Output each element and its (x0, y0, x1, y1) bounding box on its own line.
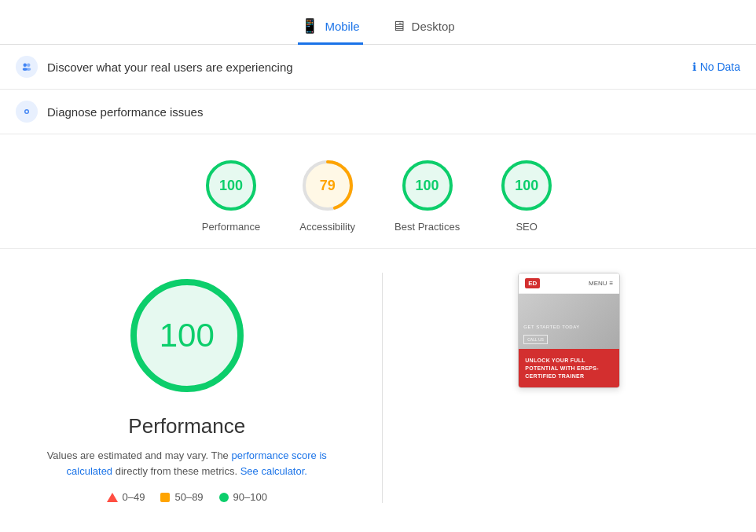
legend-dot-icon (219, 493, 229, 502)
phone-banner: UNLOCK YOUR FULL POTENTIAL WITH EREPS-CE… (519, 349, 619, 387)
legend-triangle-icon (107, 493, 118, 502)
phone-cta: GET STARTED TODAY (523, 325, 615, 329)
legend-item-high: 90–100 (219, 491, 267, 503)
see-calculator-link[interactable]: See calculator. (240, 465, 307, 477)
score-value-best-practices: 100 (416, 178, 439, 194)
diagnose-section: Diagnose performance issues (0, 90, 756, 134)
svg-point-4 (26, 68, 31, 71)
info-icon: ℹ (692, 61, 696, 73)
legend-item-mid: 50–89 (160, 491, 203, 503)
preview-section: ED MENU ≡ GET STARTED TODAY CALL US UNLO… (398, 273, 741, 503)
score-circle-performance: 100 (204, 158, 259, 213)
score-performance: 100 Performance (202, 158, 260, 233)
diagnose-icon (16, 101, 38, 123)
phone-logo: ED (525, 278, 540, 288)
tab-desktop-label: Desktop (412, 20, 455, 33)
real-users-section: Discover what your real users are experi… (0, 45, 756, 90)
phone-preview: ED MENU ≡ GET STARTED TODAY CALL US UNLO… (518, 273, 620, 388)
no-data-link[interactable]: ℹ No Data (692, 61, 740, 73)
big-score-note-text2: directly from these metrics. (112, 465, 240, 477)
real-users-title: Discover what your real users are experi… (47, 61, 293, 74)
score-best-practices: 100 Best Practices (395, 158, 460, 233)
real-users-icon (16, 56, 38, 78)
legend-item-low: 0–49 (107, 491, 145, 503)
legend-range-low: 0–49 (123, 491, 145, 503)
score-accessibility: 79 Accessibility (299, 158, 355, 233)
phone-menu-label: MENU (589, 280, 607, 287)
tab-bar: 📱 Mobile 🖥 Desktop (0, 0, 756, 45)
score-circle-best-practices: 100 (400, 158, 455, 213)
svg-point-2 (27, 64, 31, 68)
svg-point-0 (21, 61, 33, 73)
tab-desktop[interactable]: 🖥 Desktop (388, 10, 458, 45)
tab-mobile[interactable]: 📱 Mobile (298, 9, 362, 45)
score-label-seo: SEO (516, 221, 537, 233)
big-score-circle: 100 (124, 273, 250, 398)
phone-menu: MENU ≡ (589, 280, 613, 287)
phone-call-btn: CALL US (523, 335, 548, 344)
big-score-section: 100 Performance Values are estimated and… (16, 273, 383, 503)
legend-range-mid: 50–89 (174, 491, 203, 503)
score-value-accessibility: 79 (320, 178, 336, 194)
score-value-performance: 100 (219, 178, 243, 194)
score-seo: 100 SEO (499, 158, 554, 233)
phone-menu-icon: ≡ (610, 280, 614, 287)
svg-point-1 (24, 64, 28, 68)
score-label-accessibility: Accessibility (299, 221, 355, 233)
desktop-icon: 🖥 (391, 18, 406, 35)
svg-point-7 (26, 111, 28, 113)
mobile-icon: 📱 (301, 17, 318, 35)
phone-hero: GET STARTED TODAY CALL US (519, 294, 619, 349)
phone-hero-overlay: GET STARTED TODAY CALL US (519, 320, 619, 349)
legend-square-icon (160, 493, 170, 502)
phone-header: ED MENU ≡ (519, 273, 619, 294)
big-score-note: Values are estimated and may vary. The p… (30, 448, 344, 479)
score-label-performance: Performance (202, 221, 260, 233)
big-score-title: Performance (128, 414, 245, 438)
no-data-label: No Data (700, 61, 740, 73)
diagnose-title: Diagnose performance issues (47, 105, 203, 119)
score-circle-accessibility: 79 (300, 158, 355, 213)
legend: 0–49 50–89 90–100 (107, 491, 267, 503)
main-content: 100 Performance Values are estimated and… (0, 249, 756, 526)
score-value-seo: 100 (515, 178, 538, 194)
big-score-note-text: Values are estimated and may vary. The (47, 449, 232, 461)
tab-mobile-label: Mobile (325, 20, 359, 33)
score-label-best-practices: Best Practices (395, 221, 460, 233)
phone-banner-text: UNLOCK YOUR FULL POTENTIAL WITH EREPS-CE… (525, 357, 613, 380)
big-score-value: 100 (160, 317, 215, 354)
legend-range-high: 90–100 (233, 491, 267, 503)
scores-container: 100 Performance 79 Accessibility 100 Bes… (0, 134, 756, 249)
score-circle-seo: 100 (499, 158, 554, 213)
